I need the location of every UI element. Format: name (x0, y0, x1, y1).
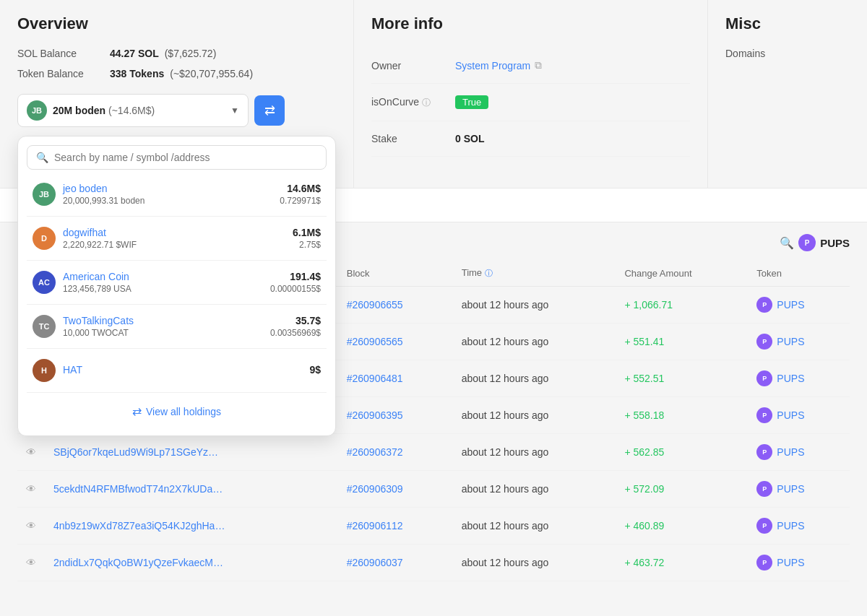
token-balance-usd: (~$20,707,955.64) (170, 68, 253, 79)
col-token-header: Token (748, 260, 850, 287)
search-wrapper: 🔍 (27, 145, 327, 170)
eye-cell: 👁 (17, 434, 45, 471)
token-icon: P (756, 407, 772, 423)
eye-icon[interactable]: 👁 (26, 446, 36, 458)
holding-value: 9$ (309, 364, 321, 377)
holding-usd: 6.1M$ (293, 227, 321, 238)
time-cell: about 12 hours ago (453, 508, 616, 545)
holding-avatar: H (33, 359, 56, 382)
block-cell: #260906395 (338, 397, 453, 434)
token-name: PUPS (777, 446, 804, 458)
is-on-curve-label: isOnCurve ⓘ (371, 96, 444, 109)
view-all-label: View all holdings (146, 406, 221, 417)
transfer-button[interactable]: ⇄ (254, 95, 285, 126)
stake-label: Stake (371, 133, 444, 144)
list-item[interactable]: AC American Coin 123,456,789 USA 191.4$ … (27, 264, 327, 301)
eye-icon[interactable]: 👁 (26, 520, 36, 532)
search-dropdown: 🔍 JB jeo boden 20,000,993.31 boden 14.6M… (17, 136, 336, 436)
domains-label: Domains (725, 48, 765, 59)
misc-panel: Misc Domains (708, 0, 867, 188)
holding-avatar: D (33, 227, 56, 250)
list-item[interactable]: H HAT 9$ (27, 352, 327, 389)
block-cell: #260906372 (338, 434, 453, 471)
block-link[interactable]: #260906112 (347, 520, 403, 532)
tx-link[interactable]: 2ndidLx7QqkQoBW1yQzeFvkaecMNDXZSH3PSMA3w… (53, 557, 227, 568)
divider (27, 392, 327, 393)
block-link[interactable]: #260906481 (347, 373, 403, 384)
block-link[interactable]: #260906655 (347, 299, 403, 311)
tx-link[interactable]: 4nb9z19wXd78Z7ea3iQ54KJ2ghHatkxD4raPwkmu… (53, 520, 227, 532)
more-info-panel: More info Owner System Program ⧉ isOnCur… (354, 0, 708, 188)
owner-row: Owner System Program ⧉ (371, 48, 690, 84)
token-selector: JB 20M boden (~14.6M$) ▼ ⇄ (17, 94, 336, 127)
tx-link[interactable]: 5cekdtN4RFMBfwodT74n2X7kUDaAsr2QGzuDJwnk… (53, 483, 227, 495)
time-cell: about 12 hours ago (453, 434, 616, 471)
change-cell: + 562.85 (616, 434, 748, 471)
holding-sol: 0.729971$ (280, 196, 321, 206)
table-row: 👁 5cekdtN4RFMBfwodT74n2X7kUDaAsr2QGzuDJw… (17, 471, 850, 508)
block-link[interactable]: #260906309 (347, 483, 403, 495)
change-cell: + 551.41 (616, 324, 748, 360)
change-cell: + 572.09 (616, 471, 748, 508)
sol-balance-usd: ($7,625.72) (165, 48, 217, 59)
block-link[interactable]: #260906565 (347, 336, 403, 347)
change-cell: + 460.89 (616, 508, 748, 545)
holding-name: jeo boden (63, 183, 272, 194)
token-dropdown[interactable]: JB 20M boden (~14.6M$) ▼ (17, 94, 249, 127)
holding-avatar: AC (33, 271, 56, 294)
token-cell-col: P PUPS (748, 545, 850, 581)
stake-value: 0 SOL (455, 133, 484, 144)
block-cell: #260906481 (338, 360, 453, 397)
tx-link[interactable]: SBjQ6or7kqeLud9Wi9Lp71SGeYzWqWZxuZt9W3Uy… (53, 446, 227, 458)
tx-cell: 5cekdtN4RFMBfwodT74n2X7kUDaAsr2QGzuDJwnk… (45, 471, 338, 508)
holding-info: dogwifhat 2,220,922.71 $WIF (63, 227, 285, 250)
token-avatar: JB (27, 100, 47, 121)
table-row: 👁 SBjQ6or7kqeLud9Wi9Lp71SGeYzWqWZxuZt9W3… (17, 434, 850, 471)
token-cell-col: P PUPS (748, 397, 850, 434)
tx-cell: SBjQ6or7kqeLud9Wi9Lp71SGeYzWqWZxuZt9W3Uy… (45, 434, 338, 471)
col-change-header: Change Amount (616, 260, 748, 287)
eye-icon[interactable]: 👁 (26, 557, 36, 568)
divider (27, 260, 327, 261)
search-icon: 🔍 (36, 152, 48, 163)
stake-row: Stake 0 SOL (371, 121, 690, 157)
token-icon: P (756, 555, 772, 571)
token-icon: P (756, 370, 772, 386)
table-row: 👁 4nb9z19wXd78Z7ea3iQ54KJ2ghHatkxD4raPwk… (17, 508, 850, 545)
holding-amount: 10,000 TWOCAT (63, 328, 263, 338)
change-cell: + 1,066.71 (616, 287, 748, 324)
col-time-header: Time ⓘ (453, 260, 616, 287)
holding-usd: 35.7$ (270, 315, 321, 326)
block-link[interactable]: #260906395 (347, 409, 403, 421)
list-item[interactable]: D dogwifhat 2,220,922.71 $WIF 6.1M$ 2.75… (27, 220, 327, 257)
block-link[interactable]: #260906037 (347, 557, 403, 568)
holding-value: 14.6M$ 0.729971$ (280, 183, 321, 206)
token-cell: P PUPS (756, 297, 841, 313)
view-all-holdings[interactable]: ⇄ View all holdings (27, 396, 327, 427)
token-filter: 🔍 P PUPS (780, 234, 850, 251)
token-name: PUPS (777, 483, 804, 495)
holding-value: 191.4$ 0.00000155$ (270, 271, 321, 294)
info-icon: ⓘ (422, 97, 431, 108)
token-icon: P (756, 444, 772, 460)
holding-info: American Coin 123,456,789 USA (63, 271, 263, 294)
search-input[interactable] (54, 152, 317, 163)
copy-icon[interactable]: ⧉ (535, 59, 542, 71)
holding-info: TwoTalkingCats 10,000 TWOCAT (63, 315, 263, 338)
block-link[interactable]: #260906372 (347, 446, 403, 458)
token-icon: P (756, 334, 772, 350)
holding-sol: 0.00356969$ (270, 328, 321, 338)
time-value: about 12 hours ago (462, 373, 549, 384)
list-item[interactable]: JB jeo boden 20,000,993.31 boden 14.6M$ … (27, 175, 327, 213)
eye-cell: 👁 (17, 471, 45, 508)
system-program-link[interactable]: System Program (455, 60, 530, 71)
token-cell: P PUPS (756, 370, 841, 386)
list-item[interactable]: TC TwoTalkingCats 10,000 TWOCAT 35.7$ 0.… (27, 308, 327, 345)
holding-value: 6.1M$ 2.75$ (293, 227, 321, 250)
token-name: PUPS (777, 336, 804, 347)
eye-icon[interactable]: 👁 (26, 483, 36, 495)
holding-usd: 14.6M$ (280, 183, 321, 194)
holding-amount: 20,000,993.31 boden (63, 196, 272, 206)
sol-balance-value: 44.27 SOL (110, 48, 159, 59)
holding-sol: 2.75$ (293, 240, 321, 250)
